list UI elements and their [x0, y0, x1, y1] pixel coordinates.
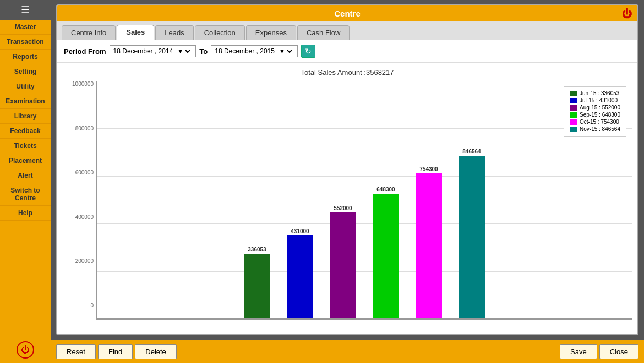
sidebar-item-transaction[interactable]: Transaction [0, 35, 51, 50]
bar-value-label: 431000 [291, 228, 309, 234]
y-label: 800000 [75, 125, 94, 131]
find-button[interactable]: Find [98, 344, 133, 359]
delete-button[interactable]: Delete [135, 344, 177, 359]
y-label: 600000 [75, 169, 94, 175]
to-date-select[interactable]: ▼ [277, 47, 294, 55]
legend: Jun-15 : 336053Jul-15 : 431000Aug-15 : 5… [564, 86, 626, 137]
bar-rect [330, 212, 356, 318]
bar-group-aug-15: 552000 [330, 205, 356, 318]
sidebar-power-section: ⏻ [0, 337, 51, 363]
bar-jun-15: 336053 [244, 246, 270, 318]
legend-color-box [570, 112, 577, 118]
legend-color-box [570, 91, 577, 96]
sidebar-item-switch-to-centre[interactable]: Switch to Centre [0, 183, 51, 206]
y-axis: 10000008000006000004000002000000 [63, 81, 96, 320]
bar-value-label: 648300 [376, 186, 395, 193]
to-date-text: 18 December , 2015 [215, 47, 275, 55]
legend-item: Oct-15 : 754300 [570, 119, 620, 125]
chart-inner: 336053431000552000648300754300846564 Jun… [96, 81, 632, 320]
bar-group-nov-15: 846564 [459, 148, 485, 318]
y-label: 200000 [75, 258, 94, 264]
bar-rect [416, 173, 442, 318]
bar-sep-15: 648300 [373, 186, 399, 318]
y-label: 400000 [75, 214, 94, 220]
from-date-text: 18 December , 2014 [113, 47, 173, 55]
reset-button[interactable]: Reset [56, 344, 96, 359]
refresh-button[interactable]: ↻ [301, 45, 315, 58]
from-date-display: 18 December , 2014 ▼ [110, 45, 197, 57]
bar-group-oct-15: 754300 [416, 166, 442, 318]
sidebar-item-placement[interactable]: Placement [0, 153, 51, 168]
legend-label: Oct-15 : 754300 [580, 119, 619, 125]
legend-label: Jul-15 : 431000 [580, 97, 618, 103]
bar-aug-15: 552000 [330, 205, 356, 318]
legend-color-box [570, 119, 577, 125]
y-label: 0 [90, 302, 94, 309]
sidebar-item-library[interactable]: Library [0, 109, 51, 124]
legend-color-box [570, 98, 577, 103]
legend-label: Aug-15 : 552000 [580, 105, 620, 111]
hamburger-icon[interactable]: ☰ [21, 4, 30, 16]
chart-area: Total Sales Amount :3568217 100000080000… [57, 63, 637, 334]
tabs-bar: Centre InfoSalesLeadsCollectionExpensesC… [57, 21, 637, 40]
bar-value-label: 336053 [248, 246, 266, 252]
save-button[interactable]: Save [560, 344, 597, 359]
tab-collection[interactable]: Collection [195, 25, 245, 40]
sidebar-item-utility[interactable]: Utility [0, 79, 51, 94]
legend-item: Jun-15 : 336053 [570, 90, 620, 96]
bars-container: 336053431000552000648300754300846564 [97, 81, 632, 318]
bar-value-label: 552000 [334, 205, 352, 211]
period-row: Period From 18 December , 2014 ▼ To 18 D… [57, 40, 637, 63]
sidebar-item-tickets[interactable]: Tickets [0, 139, 51, 153]
bar-group-jun-15: 336053 [244, 246, 270, 318]
chart-title: Total Sales Amount :3568217 [63, 68, 632, 76]
to-date-display: 18 December , 2015 ▼ [211, 45, 298, 57]
sidebar-header: ☰ [0, 0, 51, 20]
bar-group-sep-15: 648300 [373, 186, 399, 318]
tab-leads[interactable]: Leads [155, 25, 193, 40]
sidebar-item-alert[interactable]: Alert [0, 168, 51, 183]
sidebar-item-master[interactable]: Master [0, 20, 51, 35]
legend-item: Jul-15 : 431000 [570, 97, 620, 103]
sidebar-power-button[interactable]: ⏻ [17, 341, 34, 359]
legend-color-box [570, 127, 577, 132]
from-date-select[interactable]: ▼ [175, 47, 192, 55]
chart-container: 10000008000006000004000002000000 3360534… [63, 81, 632, 320]
centre-panel: Centre ⏻ Centre InfoSalesLeadsCollection… [56, 4, 638, 336]
y-label: 1000000 [72, 81, 94, 87]
bottom-right-buttons: Save Close [560, 344, 638, 359]
sidebar-item-help[interactable]: Help [0, 206, 51, 221]
close-button[interactable]: Close [599, 344, 638, 359]
period-from-label: Period From [64, 47, 106, 56]
bar-group-jul-15: 431000 [287, 228, 313, 318]
legend-label: Jun-15 : 336053 [580, 90, 619, 96]
bar-rect [459, 156, 485, 318]
sidebar-item-examination[interactable]: Examination [0, 94, 51, 109]
tab-expenses[interactable]: Expenses [246, 25, 296, 40]
bottom-bar: Reset Find Delete Save Close [51, 340, 644, 363]
power-icon[interactable]: ⏻ [622, 8, 632, 19]
bar-value-label: 754300 [419, 166, 438, 172]
bottom-left-buttons: Reset Find Delete [56, 344, 177, 359]
legend-item: Aug-15 : 552000 [570, 105, 620, 111]
legend-item: Sep-15 : 648300 [570, 112, 620, 118]
sidebar: ☰ MasterTransactionReportsSettingUtility… [0, 0, 51, 363]
bar-nov-15: 846564 [459, 148, 485, 318]
main-content: Centre ⏻ Centre InfoSalesLeadsCollection… [51, 0, 644, 363]
sidebar-item-setting[interactable]: Setting [0, 64, 51, 79]
tab-cash-flow[interactable]: Cash Flow [297, 25, 350, 40]
legend-item: Nov-15 : 846564 [570, 126, 620, 132]
legend-color-box [570, 105, 577, 111]
centre-titlebar: Centre ⏻ [57, 6, 637, 21]
legend-label: Nov-15 : 846564 [580, 126, 620, 132]
tab-sales[interactable]: Sales [117, 25, 154, 40]
tab-centre-info[interactable]: Centre Info [62, 25, 116, 40]
sidebar-item-feedback[interactable]: Feedback [0, 124, 51, 139]
sidebar-item-reports[interactable]: Reports [0, 50, 51, 64]
bar-rect [373, 194, 399, 318]
legend-label: Sep-15 : 648300 [580, 112, 620, 118]
centre-title: Centre [334, 9, 361, 18]
bar-rect [244, 254, 270, 318]
bar-oct-15: 754300 [416, 166, 442, 318]
period-to-label: To [199, 47, 208, 56]
